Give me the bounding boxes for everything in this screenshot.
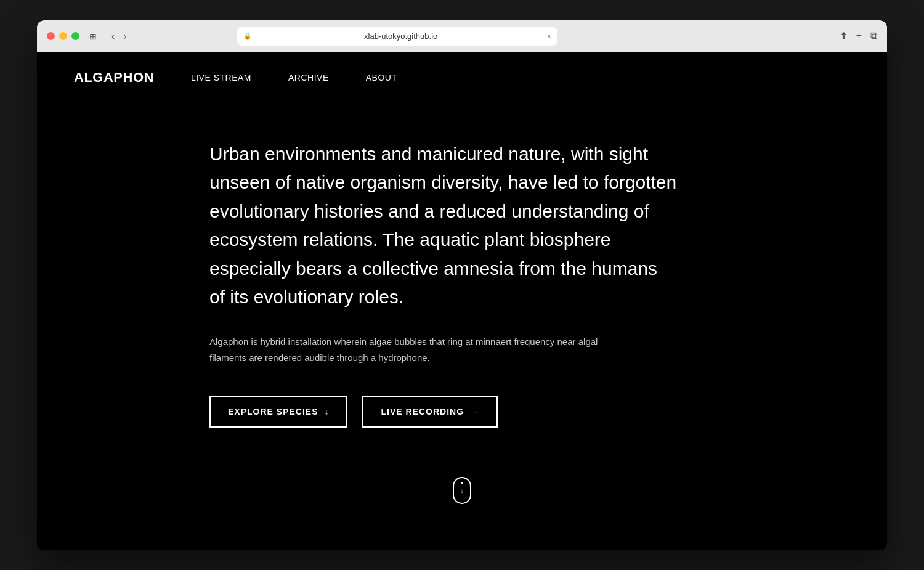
hero-subtext: Algaphon is hybrid installation wherein … [209, 334, 628, 367]
site-logo: ALGAPHON [74, 70, 154, 86]
maximize-button[interactable] [71, 32, 79, 40]
nav-link-archive[interactable]: ARCHIVE [288, 73, 329, 83]
live-recording-arrow: → [470, 407, 479, 417]
scroll-arrow-icon: ↓ [461, 487, 464, 494]
hero-headline: Urban environments and manicured nature,… [209, 140, 678, 312]
explore-species-arrow: ↓ [324, 407, 329, 417]
traffic-lights [47, 32, 79, 40]
browser-action-buttons: ⬆ + ⧉ [840, 30, 877, 42]
browser-chrome: ⊞ ‹ › 🔒 xlab-utokyo.github.io × ⬆ + ⧉ [37, 20, 887, 52]
scroll-dot [461, 482, 463, 484]
scroll-icon: ↓ [453, 477, 471, 504]
explore-species-label: EXPLORE SPECIES [228, 407, 318, 417]
nav-link-about[interactable]: ABOUT [366, 73, 397, 83]
nav-links: LIVE STREAM ARCHIVE ABOUT [191, 73, 397, 83]
minimize-button[interactable] [59, 32, 67, 40]
browser-nav-buttons: ‹ › [109, 30, 129, 43]
site-content: ALGAPHON LIVE STREAM ARCHIVE ABOUT Urban… [37, 52, 887, 550]
cta-buttons: EXPLORE SPECIES ↓ LIVE RECORDING → [209, 396, 678, 428]
address-bar[interactable]: 🔒 xlab-utokyo.github.io × [237, 27, 557, 46]
nav-link-live-stream[interactable]: LIVE STREAM [191, 73, 251, 83]
lock-icon: 🔒 [243, 32, 252, 40]
new-tab-button[interactable]: + [856, 30, 862, 42]
scroll-indicator: ↓ [37, 477, 887, 523]
back-button[interactable]: ‹ [109, 30, 117, 43]
explore-species-button[interactable]: EXPLORE SPECIES ↓ [209, 396, 347, 428]
url-text: xlab-utokyo.github.io [255, 31, 547, 41]
forward-button[interactable]: › [121, 30, 129, 43]
tabs-button[interactable]: ⧉ [870, 30, 877, 42]
live-recording-button[interactable]: LIVE RECORDING → [362, 396, 498, 428]
browser-window: ⊞ ‹ › 🔒 xlab-utokyo.github.io × ⬆ + ⧉ AL… [37, 20, 887, 550]
sidebar-toggle-button[interactable]: ⊞ [89, 31, 97, 41]
site-nav: ALGAPHON LIVE STREAM ARCHIVE ABOUT [37, 52, 887, 103]
clear-url-button[interactable]: × [547, 32, 551, 41]
live-recording-label: LIVE RECORDING [381, 407, 464, 417]
close-button[interactable] [47, 32, 55, 40]
share-button[interactable]: ⬆ [840, 30, 848, 42]
hero-section: Urban environments and manicured nature,… [37, 103, 715, 453]
